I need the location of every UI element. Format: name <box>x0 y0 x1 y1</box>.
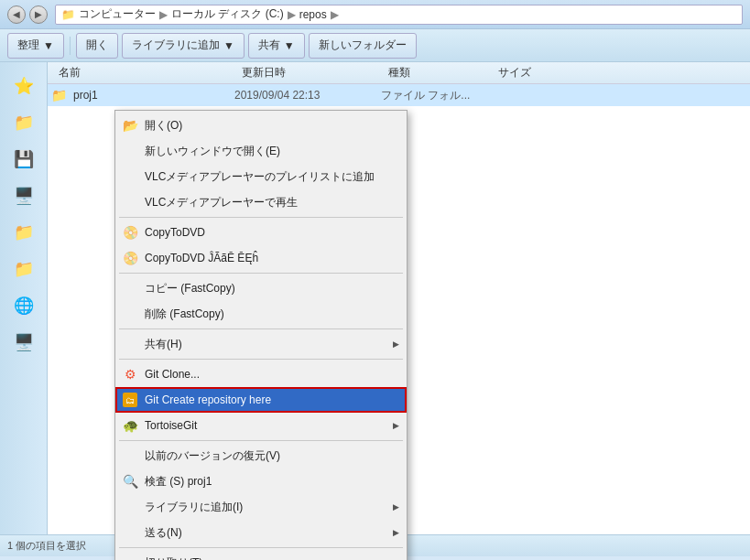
cm-delete-fast[interactable]: 削除 (FastCopy) <box>115 301 407 327</box>
share-context-icon <box>123 337 137 351</box>
cm-vlc-play-label: VLCメディアプレーヤーで再生 <box>145 195 399 210</box>
cm-copy-fast-label: コピー (FastCopy) <box>145 281 399 296</box>
cm-git-clone[interactable]: ⚙ Git Clone... <box>115 361 407 387</box>
sidebar-computer[interactable]: 🖥️ <box>7 179 40 212</box>
window-controls[interactable]: ◀ ▶ <box>7 5 48 24</box>
cm-copy-dvd[interactable]: 📀 CopyToDVD <box>115 220 407 245</box>
share-button[interactable]: 共有 ▼ <box>248 33 305 59</box>
col-header-date[interactable]: 更新日時 <box>234 65 381 81</box>
new-folder-button[interactable]: 新しいフォルダー <box>309 33 417 59</box>
cut-icon <box>123 555 137 560</box>
open-icon: 📂 <box>123 118 137 133</box>
network-icon: 🌐 <box>14 296 34 316</box>
cm-git-create-label: Git Create repository here <box>145 393 399 406</box>
drive-icon: 💾 <box>14 149 34 169</box>
cm-send-to-label: 送る(N) <box>145 525 399 541</box>
title-bar: ◀ ▶ 📁 コンピューター ▶ ローカル ディスク (C:) ▶ repos ▶ <box>0 0 750 29</box>
share-chevron: ▼ <box>284 39 295 52</box>
scan-icon: 🔍 <box>123 474 137 489</box>
address-bar[interactable]: 📁 コンピューター ▶ ローカル ディスク (C:) ▶ repos ▶ <box>55 5 743 25</box>
cm-add-library-label: ライブラリに追加(I) <box>145 500 399 515</box>
cm-share-label: 共有(H) <box>145 337 399 352</box>
cm-open-new-window-label: 新しいウィンドウで開く(E) <box>145 144 399 159</box>
open-button[interactable]: 開く <box>76 33 118 59</box>
git-create-icon: 🗂 <box>123 393 137 407</box>
organize-button[interactable]: 整理 ▼ <box>7 33 64 59</box>
addr-sep-1: ▶ <box>159 8 168 21</box>
add-library-button[interactable]: ライブラリに追加 ▼ <box>122 33 245 59</box>
cm-sep-3 <box>119 328 403 329</box>
cm-previous-version-label: 以前のバージョンの復元(V) <box>145 448 399 464</box>
cm-tortoise-git[interactable]: 🐢 TortoiseGit <box>115 413 407 438</box>
addr-drive: ローカル ディスク (C:) <box>171 6 284 22</box>
cm-open-new-window[interactable]: 新しいウィンドウで開く(E) <box>115 138 407 164</box>
cm-cut[interactable]: 切り取り(T) <box>115 550 407 560</box>
col-header-size[interactable]: サイズ <box>491 65 564 81</box>
column-headers: 名前 更新日時 種類 サイズ <box>48 62 750 84</box>
vlc-playlist-icon <box>123 169 137 184</box>
cm-open[interactable]: 📂 開く(O) <box>115 113 407 138</box>
vlc-play-icon <box>123 195 137 210</box>
sidebar: ⭐ 📁 💾 🖥️ 📁 📁 🌐 🖥️ <box>0 62 48 534</box>
copy-fast-icon <box>123 281 137 296</box>
cm-copy-fast[interactable]: コピー (FastCopy) <box>115 275 407 301</box>
organize-chevron: ▼ <box>43 39 54 52</box>
sidebar-drive[interactable]: 💾 <box>7 143 40 176</box>
file-type: ファイル フォル... <box>381 88 491 103</box>
context-menu: 📂 開く(O) 新しいウィンドウで開く(E) VLCメディアプレーヤーのプレイリ… <box>114 110 408 560</box>
cm-sep-6 <box>119 547 403 548</box>
cm-tortoise-git-label: TortoiseGit <box>145 419 399 432</box>
status-text: 1 個の項目を選択 <box>7 539 86 553</box>
cm-vlc-play[interactable]: VLCメディアプレーヤーで再生 <box>115 189 407 215</box>
cm-previous-version[interactable]: 以前のバージョンの復元(V) <box>115 443 407 468</box>
cm-sep-2 <box>119 273 403 274</box>
cm-git-create[interactable]: 🗂 Git Create repository here <box>115 387 407 413</box>
sidebar-network[interactable]: 🌐 <box>7 289 40 322</box>
previous-version-icon <box>123 448 137 463</box>
sidebar-folder3[interactable]: 📁 <box>7 253 40 285</box>
organize-label: 整理 <box>17 38 39 53</box>
cm-send-to[interactable]: 送る(N) <box>115 520 407 545</box>
col-header-type[interactable]: 種類 <box>381 65 491 81</box>
toolbar: 整理 ▼ 開く ライブラリに追加 ▼ 共有 ▼ 新しいフォルダー <box>0 29 750 62</box>
sidebar-folder1[interactable]: 📁 <box>7 106 40 139</box>
folder2-icon: 📁 <box>14 222 34 242</box>
addr-repos: repos <box>299 8 327 21</box>
favorites-icon: ⭐ <box>14 76 34 96</box>
sidebar-folder2[interactable]: 📁 <box>7 216 40 249</box>
cm-share[interactable]: 共有(H) <box>115 331 407 357</box>
cm-copy-dvd2-label: CopyToDVD ĴÃãĒ ĒĘĥ <box>145 252 399 264</box>
table-row[interactable]: 📁 proj1 2019/09/04 22:13 ファイル フォル... <box>48 84 750 106</box>
cm-copy-dvd-label: CopyToDVD <box>145 226 399 239</box>
tortoise-git-icon: 🐢 <box>123 418 137 433</box>
cm-vlc-playlist[interactable]: VLCメディアプレーヤーのプレイリストに追加 <box>115 164 407 189</box>
col-header-name[interactable]: 名前 <box>51 65 234 81</box>
cm-scan[interactable]: 🔍 検査 (S) proj1 <box>115 468 407 494</box>
git-clone-icon: ⚙ <box>123 367 137 382</box>
cm-sep-4 <box>119 359 403 360</box>
cm-add-library[interactable]: ライブラリに追加(I) <box>115 494 407 520</box>
addr-sep-2: ▶ <box>288 8 296 21</box>
folder3-icon: 📁 <box>14 259 34 279</box>
cm-copy-dvd2[interactable]: 📀 CopyToDVD ĴÃãĒ ĒĘĥ <box>115 245 407 271</box>
share-label: 共有 <box>258 38 280 53</box>
new-window-icon <box>123 144 137 158</box>
cm-sep-5 <box>119 440 403 441</box>
copy-dvd2-icon: 📀 <box>123 251 137 265</box>
cm-open-label: 開く(O) <box>145 118 399 134</box>
cm-vlc-playlist-label: VLCメディアプレーヤーのプレイリストに追加 <box>145 169 399 185</box>
sidebar-favorites[interactable]: ⭐ <box>7 70 40 102</box>
new-folder-label: 新しいフォルダー <box>319 38 407 53</box>
toolbar-separator-1 <box>70 37 71 55</box>
cm-delete-fast-label: 削除 (FastCopy) <box>145 307 399 322</box>
sidebar-computer2[interactable]: 🖥️ <box>7 326 40 359</box>
copy-dvd-icon: 📀 <box>123 225 137 240</box>
cm-sep-1 <box>119 217 403 218</box>
file-date: 2019/09/04 22:13 <box>234 89 381 102</box>
address-icon: 📁 <box>61 8 75 21</box>
forward-button[interactable]: ▶ <box>29 5 48 24</box>
computer-icon: 🖥️ <box>14 186 34 206</box>
delete-fast-icon <box>123 307 137 321</box>
back-button[interactable]: ◀ <box>7 5 26 24</box>
add-library-label: ライブラリに追加 <box>132 38 220 53</box>
